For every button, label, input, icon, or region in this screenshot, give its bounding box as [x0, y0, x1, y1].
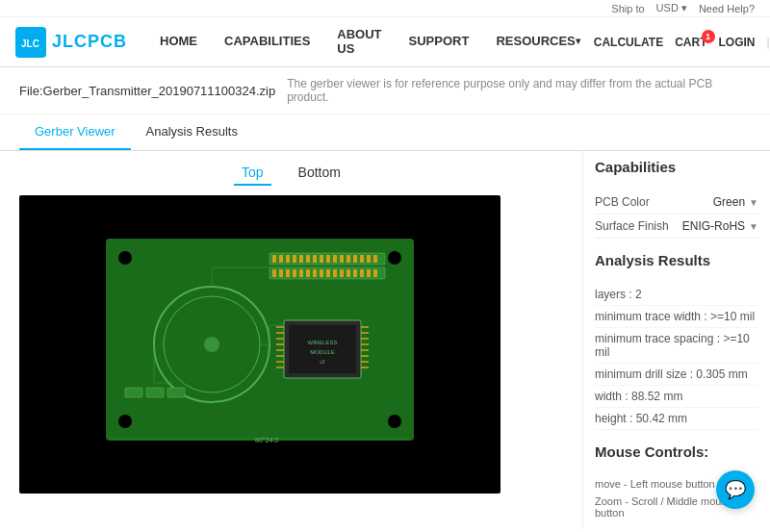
- mouse-controls-title: Mouse Controls:: [595, 443, 758, 466]
- chat-icon: 💬: [725, 479, 746, 500]
- svg-rect-27: [373, 255, 377, 263]
- svg-point-6: [388, 415, 401, 428]
- file-name: File:Gerber_Transmitter_20190711100324.z…: [19, 84, 275, 98]
- logo-icon: JLC: [15, 27, 46, 58]
- surface-finish-value: ENIG-RoHS ▼: [682, 219, 758, 233]
- pcb-viewer[interactable]: WIRELESS MODULE v2: [19, 195, 500, 494]
- logo-text: JLCPCB: [52, 32, 127, 52]
- svg-rect-52: [272, 269, 276, 277]
- svg-rect-58: [313, 269, 317, 277]
- svg-text:MODULE: MODULE: [310, 349, 335, 355]
- capabilities-title: Capabilities: [595, 159, 758, 181]
- svg-text:80°24.0: 80°24.0: [255, 437, 278, 443]
- nav-about[interactable]: ABOUT US: [323, 17, 395, 67]
- svg-rect-19: [320, 255, 323, 263]
- svg-rect-17: [306, 255, 310, 263]
- main-content: Top Bottom: [0, 151, 770, 529]
- nav-divider: |: [767, 36, 770, 49]
- svg-rect-23: [346, 255, 350, 263]
- svg-rect-22: [340, 255, 344, 263]
- tabs-bar: Gerber Viewer Analysis Results: [0, 114, 770, 151]
- svg-rect-15: [293, 255, 296, 263]
- pcb-color-dropdown-icon[interactable]: ▼: [749, 197, 758, 208]
- analysis-item-0: layers : 2: [595, 284, 758, 306]
- svg-rect-55: [293, 269, 296, 277]
- svg-rect-51: [167, 388, 185, 397]
- calculate-button[interactable]: CALCULATE: [594, 36, 663, 49]
- svg-rect-18: [313, 255, 317, 263]
- svg-rect-65: [360, 269, 364, 277]
- svg-rect-26: [367, 255, 371, 263]
- surface-finish-label: Surface Finish: [595, 219, 669, 233]
- svg-point-9: [204, 337, 219, 352]
- svg-rect-50: [146, 388, 164, 397]
- svg-rect-67: [373, 269, 377, 277]
- ship-to-label: Ship to: [611, 3, 644, 14]
- pcb-image: WIRELESS MODULE v2: [77, 229, 443, 460]
- analysis-item-2: minimum trace spacing : >=10 mil: [595, 328, 758, 364]
- svg-rect-59: [320, 269, 323, 277]
- nav-resources[interactable]: RESOURCES: [482, 17, 593, 67]
- svg-text:WIRELESS: WIRELESS: [307, 340, 337, 345]
- analysis-item-3: minimum drill size : 0.305 mm: [595, 364, 758, 386]
- svg-rect-16: [299, 255, 303, 263]
- nav-right: CALCULATE CART 1 LOGIN | REGISTER: [594, 36, 770, 49]
- nav-links: HOME CAPABILITIES ABOUT US SUPPORT RESOU…: [146, 17, 594, 67]
- svg-text:v2: v2: [320, 359, 325, 365]
- tab-analysis-results[interactable]: Analysis Results: [131, 114, 253, 150]
- svg-rect-57: [306, 269, 310, 277]
- svg-rect-64: [353, 269, 357, 277]
- svg-point-3: [118, 251, 132, 265]
- analysis-section: Analysis Results layers : 2 minimum trac…: [595, 252, 758, 430]
- svg-rect-12: [272, 255, 276, 263]
- cart-button[interactable]: CART 1: [675, 36, 706, 49]
- analysis-item-5: height : 50.42 mm: [595, 408, 758, 430]
- nav-capabilities[interactable]: CAPABILITIES: [211, 17, 323, 67]
- svg-rect-49: [125, 388, 142, 397]
- top-view-button[interactable]: Top: [234, 161, 271, 186]
- login-button[interactable]: LOGIN: [719, 36, 756, 49]
- svg-rect-61: [333, 269, 337, 277]
- nav-home[interactable]: HOME: [146, 17, 211, 67]
- svg-rect-24: [353, 255, 357, 263]
- surface-finish-row: Surface Finish ENIG-RoHS ▼: [595, 215, 758, 239]
- svg-rect-13: [279, 255, 283, 263]
- svg-rect-60: [326, 269, 330, 277]
- svg-rect-62: [340, 269, 344, 277]
- chat-button[interactable]: 💬: [716, 470, 755, 509]
- svg-point-4: [388, 251, 401, 265]
- cart-badge: 1: [702, 30, 715, 43]
- svg-rect-53: [279, 269, 283, 277]
- svg-rect-25: [360, 255, 364, 263]
- analysis-title: Analysis Results: [595, 252, 758, 274]
- surface-finish-dropdown-icon[interactable]: ▼: [749, 221, 758, 232]
- pcb-color-value: Green ▼: [713, 195, 758, 209]
- svg-rect-21: [333, 255, 337, 263]
- nav-support[interactable]: SUPPORT: [396, 17, 483, 67]
- svg-rect-66: [367, 269, 371, 277]
- logo[interactable]: JLC JLCPCB: [15, 27, 127, 58]
- currency-selector[interactable]: USD ▾: [656, 2, 687, 14]
- pcb-color-label: PCB Color: [595, 195, 650, 209]
- svg-rect-63: [346, 269, 350, 277]
- analysis-item-4: width : 88.52 mm: [595, 386, 758, 408]
- left-panel: Top Bottom: [0, 151, 582, 529]
- top-bar: Ship to USD ▾ Need Help?: [0, 0, 770, 17]
- svg-point-5: [118, 415, 132, 428]
- svg-text:JLC: JLC: [21, 38, 39, 49]
- svg-rect-14: [286, 255, 290, 263]
- pcb-color-row: PCB Color Green ▼: [595, 190, 758, 215]
- tab-gerber-viewer[interactable]: Gerber Viewer: [19, 114, 131, 150]
- svg-rect-56: [299, 269, 303, 277]
- need-help-link[interactable]: Need Help?: [699, 3, 755, 14]
- navbar: JLC JLCPCB HOME CAPABILITIES ABOUT US SU…: [0, 17, 770, 67]
- file-note: The gerber viewer is for reference purpo…: [287, 77, 751, 104]
- view-toggle: Top Bottom: [19, 161, 563, 186]
- file-bar: File:Gerber_Transmitter_20190711100324.z…: [0, 67, 770, 114]
- svg-rect-20: [326, 255, 330, 263]
- bottom-view-button[interactable]: Bottom: [291, 161, 348, 186]
- analysis-item-1: minimum trace width : >=10 mil: [595, 306, 758, 328]
- svg-rect-54: [286, 269, 290, 277]
